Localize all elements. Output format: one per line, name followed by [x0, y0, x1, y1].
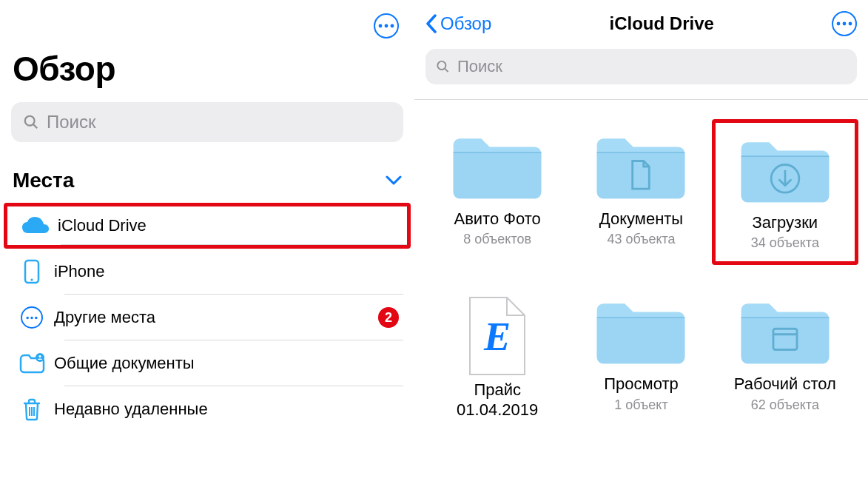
- svg-point-10: [35, 316, 37, 318]
- folder-item[interactable]: Просмотр 1 объект: [576, 295, 705, 423]
- search-icon: [23, 114, 39, 130]
- folder-icon: [593, 295, 689, 369]
- location-label: Общие документы: [54, 354, 403, 373]
- search-icon: [436, 59, 450, 74]
- shared-folder-icon: [18, 353, 45, 374]
- item-subtitle: 43 объекта: [607, 232, 675, 247]
- folder-item[interactable]: Рабочий стол 62 объекта: [721, 295, 850, 423]
- location-icloud-drive[interactable]: iCloud Drive: [4, 203, 411, 249]
- svg-point-2: [385, 24, 388, 28]
- svg-point-1: [379, 24, 383, 28]
- item-name: Документы: [599, 209, 683, 229]
- location-iphone[interactable]: iPhone: [11, 249, 403, 295]
- svg-point-18: [849, 22, 852, 26]
- location-trash[interactable]: Недавно удаленные: [11, 386, 403, 432]
- svg-point-16: [837, 22, 841, 26]
- folder-item-downloads[interactable]: Загрузки 34 объекта: [712, 119, 858, 265]
- location-other[interactable]: Другие места 2: [11, 295, 403, 340]
- search-input-right[interactable]: [457, 57, 847, 76]
- more-icon: [26, 316, 38, 320]
- content-panel: Обзор iCloud Drive Авито Фото 8 объектов: [414, 0, 868, 504]
- chevron-down-icon: [386, 175, 402, 186]
- item-name: Авито Фото: [454, 209, 540, 229]
- locations-title: Места: [13, 169, 74, 192]
- folder-desktop-icon: [737, 295, 833, 369]
- locations-header[interactable]: Места: [11, 164, 403, 203]
- more-icon: [378, 24, 394, 28]
- folder-item[interactable]: Авито Фото 8 объектов: [433, 130, 562, 255]
- content-title: iCloud Drive: [609, 13, 713, 34]
- back-label: Обзор: [440, 13, 491, 34]
- phone-icon: [24, 259, 40, 284]
- item-name: Загрузки: [753, 213, 818, 232]
- items-grid: Авито Фото 8 объектов Документы 43 объек…: [425, 100, 857, 423]
- svg-point-8: [26, 316, 28, 318]
- item-subtitle: 1 объект: [614, 397, 667, 413]
- item-subtitle: 62 объекта: [751, 397, 819, 413]
- svg-point-4: [25, 116, 35, 126]
- item-name: Рабочий стол: [734, 374, 836, 394]
- trash-icon: [21, 397, 42, 421]
- location-label: iPhone: [54, 262, 403, 281]
- item-subtitle: 34 объекта: [751, 235, 819, 251]
- folder-icon: [449, 130, 545, 204]
- location-shared[interactable]: Общие документы: [11, 340, 403, 386]
- search-box-left[interactable]: [11, 102, 403, 142]
- search-box-right[interactable]: [425, 49, 857, 84]
- content-navbar: Обзор iCloud Drive: [425, 7, 857, 40]
- svg-line-5: [33, 124, 38, 129]
- badge-count: 2: [378, 307, 399, 328]
- item-name: Просмотр: [604, 374, 678, 394]
- location-label: iCloud Drive: [58, 216, 400, 235]
- chevron-left-icon: [425, 14, 437, 33]
- back-button[interactable]: Обзор: [425, 13, 491, 34]
- file-icon: E: [464, 295, 531, 377]
- svg-point-19: [437, 61, 445, 70]
- svg-text:E: E: [483, 315, 511, 359]
- svg-point-17: [843, 22, 847, 26]
- location-label: Недавно удаленные: [54, 400, 403, 419]
- svg-line-20: [445, 68, 448, 72]
- search-input-left[interactable]: [47, 112, 391, 132]
- svg-point-12: [38, 355, 41, 357]
- browse-panel: Обзор Места iCloud Drive: [0, 0, 414, 504]
- location-label: Другие места: [54, 308, 378, 327]
- svg-point-7: [30, 278, 33, 280]
- folder-item[interactable]: Документы 43 объекта: [576, 130, 705, 255]
- more-icon: [836, 21, 852, 26]
- file-item[interactable]: E Прайс 01.04.2019: [433, 295, 562, 423]
- more-button-right[interactable]: [832, 11, 857, 36]
- browse-title: Обзор: [13, 49, 403, 89]
- svg-point-9: [30, 316, 33, 318]
- more-button-left[interactable]: [374, 13, 399, 38]
- item-subtitle: 8 объектов: [463, 232, 531, 247]
- folder-downloads-icon: [737, 133, 833, 207]
- left-toolbar: [11, 7, 403, 41]
- cloud-icon: [21, 215, 50, 236]
- svg-point-3: [391, 24, 394, 28]
- folder-documents-icon: [593, 130, 689, 204]
- locations-list: iCloud Drive iPhone Другие места 2: [11, 203, 403, 432]
- item-name: Прайс 01.04.2019: [433, 380, 562, 420]
